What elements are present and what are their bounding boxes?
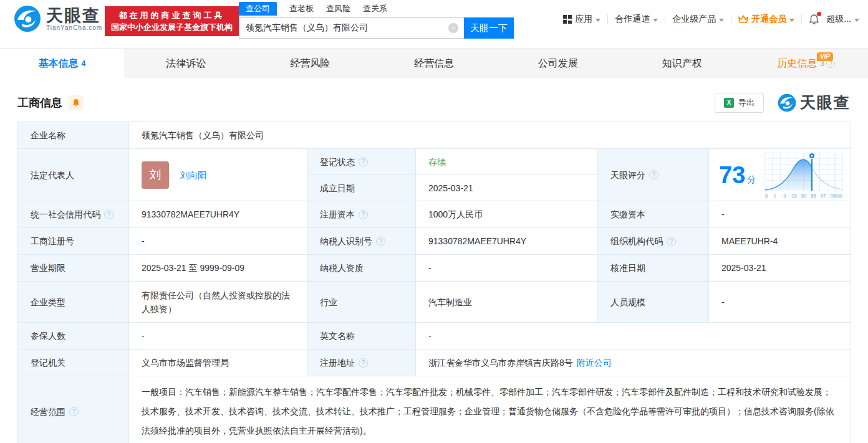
slogan-banner: 都在用的商业查询工具 国家中小企业发展子基金旗下机构 xyxy=(105,6,239,36)
subscribe-bell-chip[interactable] xyxy=(69,95,84,110)
tab-business-info[interactable]: 经营信息 xyxy=(372,49,496,79)
label-text: 核准日期 xyxy=(610,261,645,275)
tab-legal-lawsuits[interactable]: 法律诉讼 xyxy=(124,49,248,79)
score-curve: 0 1 3 15 50 85 97 99 100 xyxy=(763,151,844,199)
export-button[interactable]: X 导出 xyxy=(715,93,764,113)
tab-history-info[interactable]: VIP 历史信息 3 ? xyxy=(744,49,868,79)
section-title: 工商信息 xyxy=(17,95,62,110)
search-tab-risk[interactable]: 查风险 xyxy=(326,2,350,16)
field-value-insured-count: - xyxy=(129,323,307,350)
bell-icon xyxy=(72,98,80,107)
search-tab-boss[interactable]: 查老板 xyxy=(289,2,314,16)
score-axis-tick: 3 xyxy=(783,193,786,199)
field-label-taxpayer-id: 纳税人识别号 ? xyxy=(307,228,416,255)
crown-icon xyxy=(738,15,748,24)
search-tab-company[interactable]: 查公司 xyxy=(239,2,277,16)
field-value-staff-size: - xyxy=(709,282,851,323)
label-text: 实缴资本 xyxy=(610,207,645,221)
nav-apps[interactable]: 应用 xyxy=(563,14,600,25)
search-button[interactable]: 天眼一下 xyxy=(464,17,514,39)
field-value-paid-capital: - xyxy=(709,201,851,228)
nav-vip-label: 开通会员 xyxy=(751,14,786,25)
field-label-paid-capital: 实缴资本 xyxy=(598,201,709,228)
field-label-approval-date: 核准日期 xyxy=(598,255,709,282)
notification-dot xyxy=(817,12,821,16)
label-text: 工商注册号 xyxy=(31,234,74,248)
nav-user-account[interactable]: 超级... xyxy=(826,14,859,25)
help-icon[interactable]: ? xyxy=(359,157,368,166)
help-icon[interactable]: ? xyxy=(359,210,368,219)
section-brand-text: 天眼查 xyxy=(800,92,851,113)
tab-history-info-label: 历史信息 xyxy=(777,57,817,70)
field-value-taxpayer-id: 91330782MAEE7UHR4Y xyxy=(416,228,598,255)
tab-intellectual-property[interactable]: 知识产权 xyxy=(620,49,744,79)
tianyancha-logo[interactable]: 天眼查 TianYanCha.com xyxy=(14,5,102,32)
nav-enterprise-products[interactable]: 企业级产品 xyxy=(672,14,724,25)
notifications-bell[interactable] xyxy=(809,14,819,25)
field-value-tyc-score[interactable]: 73 分 0 1 3 15 50 xyxy=(709,149,851,201)
field-label-legal-rep: 法定代表人 xyxy=(18,149,129,201)
score-axis-tick: 97 xyxy=(821,193,826,199)
field-label-reg-capital: 注册资本 ? xyxy=(307,201,416,228)
clear-search-icon[interactable]: × xyxy=(448,23,458,33)
score-distribution-chart: 0 1 3 15 50 85 97 99 100 xyxy=(763,151,844,199)
credit-code-text: 91330782MAEE7UHR4Y xyxy=(142,207,239,221)
search-tab-relation[interactable]: 查关系 xyxy=(363,2,387,16)
top-nav: 应用 合作通道 企业级产品 开通会员 xyxy=(563,14,859,25)
field-label-reg-address: 注册地址 ? xyxy=(307,350,416,376)
field-value-approval-date: 2025-03-21 xyxy=(709,255,851,282)
business-scope-text: 一般项目：汽车销售；新能源汽车整车销售；汽车零配件零售；汽车零配件批发；机械零件… xyxy=(142,387,834,436)
field-label-industry: 行业 xyxy=(307,282,416,323)
nearby-companies-link[interactable]: 附近公司 xyxy=(577,356,612,369)
tab-operating-risk-label: 经营风险 xyxy=(290,57,330,70)
status-badge: 存续 xyxy=(428,155,446,169)
nav-apps-label: 应用 xyxy=(575,14,592,25)
field-value-reg-status: 存续 xyxy=(416,149,598,175)
tab-basic-info-label: 基本信息 xyxy=(39,57,79,70)
field-label-reg-number: 工商注册号 xyxy=(18,228,129,255)
label-text: 天眼评分 xyxy=(610,168,645,182)
tab-operating-risk[interactable]: 经营风险 xyxy=(248,49,372,79)
help-icon[interactable]: ? xyxy=(649,170,658,179)
tianyancha-logo-icon xyxy=(778,93,796,112)
nav-channel-label: 合作通道 xyxy=(615,14,650,25)
score-axis-tick: 0 xyxy=(765,193,768,199)
label-text: 英文名称 xyxy=(320,329,355,343)
vip-badge: VIP xyxy=(817,52,833,61)
tab-basic-info[interactable]: 基本信息 4 xyxy=(0,49,124,79)
help-icon[interactable]: ? xyxy=(104,210,113,219)
tianyancha-logo-icon xyxy=(14,5,41,32)
field-label-org-code: 组织机构代码 ? xyxy=(598,228,709,255)
help-icon[interactable]: ? xyxy=(667,237,676,246)
help-icon[interactable]: ? xyxy=(376,237,385,246)
search-input[interactable] xyxy=(239,17,464,39)
tab-company-development[interactable]: 公司发展 xyxy=(496,49,620,79)
score-axis-tick: 15 xyxy=(792,193,797,199)
tab-company-development-label: 公司发展 xyxy=(538,57,578,70)
chevron-down-icon xyxy=(653,19,658,22)
field-label-business-scope: 经营范围 ? xyxy=(18,376,129,443)
taxpayer-quals-text: - xyxy=(428,261,432,275)
paid-capital-text: - xyxy=(721,207,725,221)
label-text: 登记状态 xyxy=(320,155,355,169)
nav-channel[interactable]: 合作通道 xyxy=(615,14,658,25)
label-text: 人员规模 xyxy=(610,295,645,309)
label-text: 企业名称 xyxy=(31,128,65,142)
score-value: 73 xyxy=(719,163,745,187)
field-label-tyc-score: 天眼评分 ? xyxy=(598,149,709,201)
tab-basic-info-count: 4 xyxy=(82,59,86,68)
legal-rep-avatar[interactable]: 刘 xyxy=(142,161,169,189)
legal-rep-name-link[interactable]: 刘向阳 xyxy=(180,168,206,182)
nav-open-vip[interactable]: 开通会员 xyxy=(738,14,794,25)
score-axis-tick: 50 xyxy=(801,193,806,199)
label-text: 成立日期 xyxy=(320,181,355,195)
reg-capital-text: 1000万人民币 xyxy=(428,207,483,221)
approval-date-text: 2025-03-21 xyxy=(721,261,766,275)
help-icon[interactable]: ? xyxy=(359,358,368,368)
slogan-line2: 国家中小企业发展子基金旗下机构 xyxy=(111,21,233,33)
label-text: 纳税人识别号 xyxy=(320,234,372,248)
field-label-insured-count: 参保人数 xyxy=(18,323,129,350)
slogan-line1: 都在用的商业查询工具 xyxy=(111,9,233,21)
help-icon[interactable]: ? xyxy=(69,407,79,416)
nav-separator xyxy=(665,15,665,24)
